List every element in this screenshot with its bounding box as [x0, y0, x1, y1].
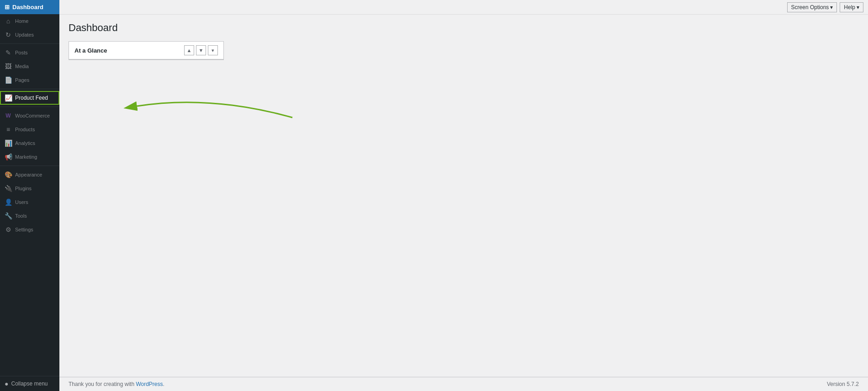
sidebar-media-label: Media: [15, 64, 29, 69]
help-arrow-icon: ▾: [857, 4, 859, 11]
sidebar-woocommerce-label: WooCommerce: [15, 113, 50, 118]
sidebar-posts-label: Posts: [15, 50, 28, 55]
appearance-icon: 🎨: [5, 171, 12, 178]
collapse-menu-icon: ●: [5, 380, 8, 387]
sidebar-home-label: Home: [15, 18, 28, 24]
help-label: Help: [844, 4, 855, 11]
footer: Thank you for creating with WordPress. V…: [59, 377, 868, 391]
sidebar-item-analytics[interactable]: 📊 Analytics: [0, 136, 59, 150]
page-title: Dashboard: [69, 22, 859, 34]
at-a-glance-widget: At a Glance ▲ ▼ ▾: [69, 41, 224, 60]
screen-options-button[interactable]: Screen Options ▾: [787, 2, 837, 12]
updates-icon: ↻: [5, 31, 12, 38]
media-icon: 🖼: [5, 63, 12, 70]
help-button[interactable]: Help ▾: [840, 2, 863, 12]
main-area: Screen Options ▾ Help ▾ Dashboard At a G…: [59, 0, 868, 391]
footer-wordpress-link-text: WordPress: [136, 381, 163, 387]
sidebar-divider-1: [0, 43, 59, 44]
product-feed-icon: 📈: [5, 94, 12, 102]
sidebar: ⊞ Dashboard ⌂ Home ↻ Updates ✎ Posts 🖼 M…: [0, 0, 59, 391]
sidebar-analytics-label: Analytics: [15, 140, 35, 146]
sidebar-item-pages[interactable]: 📄 Pages: [0, 73, 59, 87]
collapse-menu-label: Collapse menu: [11, 380, 48, 387]
sidebar-header[interactable]: ⊞ Dashboard: [0, 0, 59, 14]
topbar: Screen Options ▾ Help ▾: [59, 0, 868, 15]
sidebar-plugins-label: Plugins: [15, 186, 32, 191]
sidebar-users-label: Users: [15, 199, 28, 205]
tools-icon: 🔧: [5, 212, 12, 220]
sidebar-appearance-label: Appearance: [15, 172, 42, 177]
dashboard-icon: ⊞: [5, 4, 10, 11]
screen-options-arrow-icon: ▾: [830, 4, 833, 11]
sidebar-item-plugins[interactable]: 🔌 Plugins: [0, 182, 59, 195]
home-icon: ⌂: [5, 17, 12, 25]
sidebar-item-marketing[interactable]: 📢 Marketing: [0, 150, 59, 164]
footer-link-suffix: .: [163, 381, 164, 387]
sidebar-tools-label: Tools: [15, 213, 27, 219]
sidebar-brand-label: Dashboard: [12, 4, 43, 11]
marketing-icon: 📢: [5, 153, 12, 161]
widget-controls: ▲ ▼ ▾: [184, 45, 218, 55]
widget-header: At a Glance ▲ ▼ ▾: [69, 42, 223, 59]
settings-icon: ⚙: [5, 226, 12, 233]
posts-icon: ✎: [5, 49, 12, 56]
products-icon: ≡: [5, 126, 12, 133]
sidebar-divider-4: [0, 166, 59, 166]
sidebar-products-label: Products: [15, 127, 35, 132]
sidebar-divider-3: [0, 107, 59, 107]
widget-collapse-down-button[interactable]: ▼: [196, 45, 206, 55]
sidebar-item-woocommerce[interactable]: W WooCommerce: [0, 109, 59, 123]
widget-title: At a Glance: [74, 47, 107, 54]
sidebar-item-appearance[interactable]: 🎨 Appearance: [0, 168, 59, 182]
users-icon: 👤: [5, 198, 12, 206]
sidebar-item-products[interactable]: ≡ Products: [0, 123, 59, 136]
sidebar-product-feed-label: Product Feed: [15, 95, 48, 101]
sidebar-item-settings[interactable]: ⚙ Settings: [0, 223, 59, 236]
footer-wordpress-link[interactable]: WordPress: [136, 381, 163, 387]
sidebar-pages-label: Pages: [15, 77, 29, 83]
plugins-icon: 🔌: [5, 185, 12, 192]
sidebar-updates-label: Updates: [15, 32, 34, 37]
footer-text: Thank you for creating with: [69, 381, 136, 387]
widget-collapse-up-button[interactable]: ▲: [184, 45, 194, 55]
sidebar-item-product-feed[interactable]: 📈 Product Feed: [0, 91, 59, 105]
sidebar-item-posts[interactable]: ✎ Posts: [0, 46, 59, 59]
content-area: Dashboard At a Glance ▲ ▼ ▾: [59, 15, 868, 377]
sidebar-item-updates[interactable]: ↻ Updates: [0, 28, 59, 42]
sidebar-item-users[interactable]: 👤 Users: [0, 195, 59, 209]
analytics-icon: 📊: [5, 139, 12, 147]
sidebar-settings-label: Settings: [15, 227, 33, 232]
sidebar-divider-2: [0, 89, 59, 89]
pages-icon: 📄: [5, 76, 12, 84]
arrow-annotation: [119, 86, 302, 177]
footer-version: Version 5.7.2: [827, 381, 859, 387]
woocommerce-icon: W: [5, 112, 12, 119]
sidebar-item-tools[interactable]: 🔧 Tools: [0, 209, 59, 223]
sidebar-marketing-label: Marketing: [15, 154, 37, 160]
widget-more-button[interactable]: ▾: [208, 45, 218, 55]
screen-options-label: Screen Options: [791, 4, 829, 11]
collapse-menu-button[interactable]: ● Collapse menu: [0, 376, 59, 391]
sidebar-item-media[interactable]: 🖼 Media: [0, 59, 59, 73]
sidebar-item-home[interactable]: ⌂ Home: [0, 14, 59, 28]
